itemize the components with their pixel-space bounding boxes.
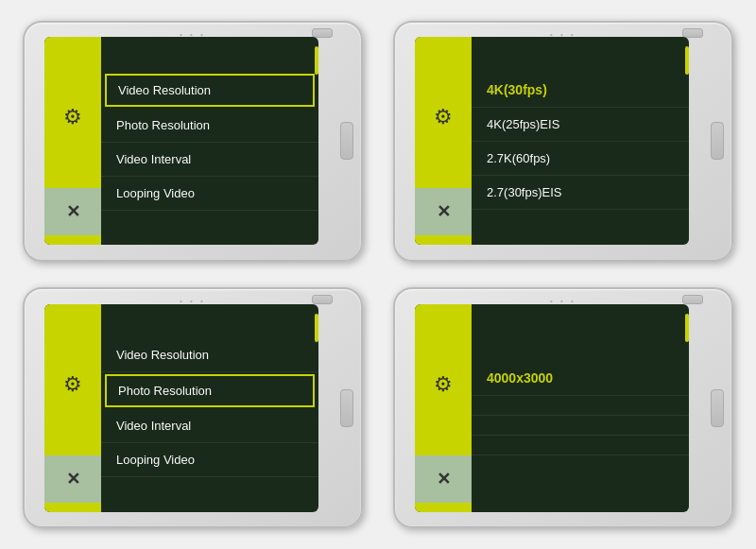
- indicator-dot: [685, 314, 689, 342]
- close-icon: ✕: [66, 201, 80, 222]
- sidebar: ⚙ ✕: [415, 304, 472, 512]
- top-button[interactable]: [682, 295, 703, 304]
- screen-top-right: ⚙ ✕ 4K(30fps) 4K(25fps)EIS 2.7K(60fps) 2…: [415, 37, 689, 245]
- gear-icon: ⚙: [63, 105, 82, 129]
- indicator-dot: [685, 46, 689, 75]
- sidebar-bottom: ✕: [415, 188, 472, 235]
- option-4k-25fps-eis[interactable]: 4K(25fps)EIS: [472, 108, 689, 142]
- option-4[interactable]: [472, 436, 689, 455]
- menu-area-top-left: Video Resolution Photo Resolution Video …: [101, 37, 318, 245]
- option-2[interactable]: [472, 396, 689, 416]
- sidebar-top: ⚙: [63, 314, 82, 455]
- close-icon: ✕: [66, 469, 80, 489]
- options-area-bottom-right: 4000x3000: [472, 304, 689, 512]
- device-bottom-right: ⚙ ✕ 4000x3000: [382, 279, 745, 539]
- indicator-bar: [315, 37, 318, 245]
- gear-icon: ⚙: [434, 372, 453, 397]
- menu-item-video-resolution[interactable]: Video Resolution: [101, 338, 318, 372]
- right-button[interactable]: [340, 389, 353, 427]
- right-button[interactable]: [711, 389, 724, 427]
- sidebar-bottom: ✕: [415, 455, 472, 503]
- menu-item-video-interval[interactable]: Video Interval: [101, 143, 318, 177]
- gear-icon: ⚙: [63, 372, 82, 397]
- menu-item-looping-video[interactable]: Looping Video: [101, 177, 318, 211]
- indicator-dot: [315, 46, 318, 75]
- menu-item-photo-resolution[interactable]: Photo Resolution: [101, 109, 318, 143]
- sidebar: ⚙ ✕: [44, 37, 101, 245]
- top-button[interactable]: [682, 28, 703, 38]
- menu-area-bottom-left: Video Resolution Photo Resolution Video …: [101, 304, 318, 512]
- gear-icon: ⚙: [434, 105, 453, 129]
- options-area-top-right: 4K(30fps) 4K(25fps)EIS 2.7K(60fps) 2.7(3…: [472, 37, 689, 245]
- right-button[interactable]: [711, 122, 724, 160]
- screen-bottom-right: ⚙ ✕ 4000x3000: [415, 304, 689, 512]
- right-button[interactable]: [340, 122, 353, 160]
- option-4k-30fps[interactable]: 4K(30fps): [472, 73, 689, 108]
- screen-top-left: ⚙ ✕ Video Resolution Photo Resolution Vi…: [44, 37, 318, 245]
- option-27-30fps-eis[interactable]: 2.7(30fps)EIS: [472, 176, 689, 210]
- sidebar-bottom: ✕: [44, 455, 101, 503]
- sidebar-top: ⚙: [63, 46, 82, 188]
- option-4000x3000[interactable]: 4000x3000: [472, 361, 689, 396]
- sidebar: ⚙ ✕: [415, 37, 472, 245]
- close-icon: ✕: [437, 469, 451, 489]
- indicator-bar: [315, 304, 318, 512]
- menu-item-video-interval[interactable]: Video Interval: [101, 409, 318, 443]
- menu-item-looping-video[interactable]: Looping Video: [101, 443, 318, 477]
- sidebar-bottom: ✕: [44, 188, 101, 235]
- device-top-right: ⚙ ✕ 4K(30fps) 4K(25fps)EIS 2.7K(60fps) 2…: [382, 11, 745, 271]
- indicator-dot: [315, 314, 318, 342]
- top-button[interactable]: [312, 295, 333, 304]
- close-icon: ✕: [437, 201, 451, 222]
- device-body: ⚙ ✕ Video Resolution Photo Resolution Vi…: [23, 287, 363, 528]
- screen-bottom-left: ⚙ ✕ Video Resolution Photo Resolution Vi…: [44, 304, 318, 512]
- device-bottom-left: ⚙ ✕ Video Resolution Photo Resolution Vi…: [11, 279, 374, 539]
- device-body: ⚙ ✕ Video Resolution Photo Resolution Vi…: [23, 21, 363, 262]
- top-button[interactable]: [312, 28, 333, 38]
- menu-item-video-resolution[interactable]: Video Resolution: [105, 74, 315, 107]
- option-27k-60fps[interactable]: 2.7K(60fps): [472, 142, 689, 176]
- sidebar: ⚙ ✕: [44, 304, 101, 512]
- device-body: ⚙ ✕ 4000x3000: [393, 287, 733, 528]
- indicator-bar: [685, 37, 689, 245]
- sidebar-top: ⚙: [434, 314, 453, 455]
- menu-item-photo-resolution[interactable]: Photo Resolution: [105, 374, 315, 407]
- sidebar-top: ⚙: [434, 46, 453, 188]
- device-body: ⚙ ✕ 4K(30fps) 4K(25fps)EIS 2.7K(60fps) 2…: [393, 21, 733, 262]
- device-top-left: ⚙ ✕ Video Resolution Photo Resolution Vi…: [11, 11, 374, 271]
- option-3[interactable]: [472, 416, 689, 436]
- indicator-bar: [685, 304, 689, 512]
